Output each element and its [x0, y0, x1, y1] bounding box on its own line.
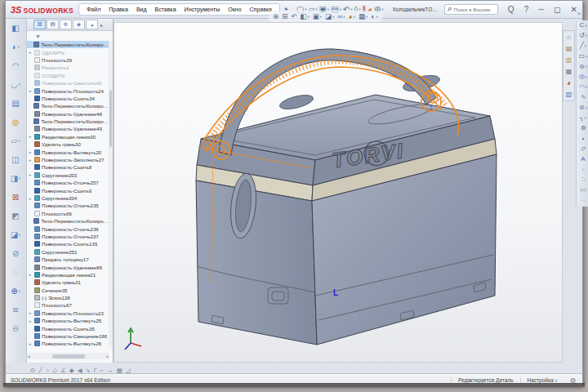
feature-tree-item[interactable]: ▸ Поверхность-Удаление89 — [27, 263, 109, 270]
feature-tree-item[interactable]: ▸ Скругление203 — [27, 172, 109, 179]
menu-edit[interactable]: Правка — [105, 7, 132, 12]
customize-menu[interactable]: Настройка▾ — [520, 377, 564, 383]
offset-surface-icon[interactable]: ◫ — [6, 150, 25, 169]
lofted-surface-icon[interactable]: ◡▾ — [6, 75, 25, 94]
tab-dimxpertmanager[interactable]: ◈ — [73, 20, 85, 29]
knit-surface-icon[interactable]: ⊕▾ — [6, 282, 25, 301]
feature-tree-item[interactable]: ▸ Тело-Переместить/Копировать3 — [27, 41, 109, 48]
display-style-icon[interactable]: ◪▾ — [325, 13, 334, 20]
apply-scene-icon[interactable]: ▦▾ — [359, 13, 368, 20]
menu-file[interactable]: Файл — [82, 7, 105, 12]
feature-tree-item[interactable]: ▸ Поверхность-Плоскость23 — [27, 310, 109, 317]
filter-icon[interactable]: ▼ — [35, 33, 41, 39]
menu-tools[interactable]: Инструменты — [180, 7, 225, 12]
menu-insert[interactable]: Вставка — [151, 7, 180, 12]
zoom-to-fit-icon[interactable]: ⊕ — [273, 13, 278, 20]
feature-tree-item[interactable]: ▸ Поверхность-Сшить35 — [27, 324, 109, 332]
straight-slot-icon[interactable]: ⊖▾ — [577, 61, 588, 72]
graphics-viewport[interactable]: TORVI L — [114, 22, 563, 363]
view-orientation-icon[interactable]: ▣▾ — [313, 13, 322, 20]
toolbar-close-icon[interactable]: × — [577, 11, 581, 16]
feature-tree-item[interactable]: ▸ Поверхность-Сместить42 — [27, 79, 109, 87]
solidworks-resources-icon[interactable]: ⌂ — [564, 32, 574, 42]
spline-icon[interactable]: ∿ — [577, 92, 588, 103]
ruled-surface-icon[interactable]: ◨▾ — [6, 169, 25, 188]
view-settings-icon[interactable]: ◐▾ — [371, 13, 377, 20]
file-explorer-icon[interactable]: ▥ — [564, 55, 574, 65]
appearances-scenes-icon[interactable]: ◕ — [564, 78, 574, 88]
tab-configurationmanager[interactable]: ⊕ — [60, 20, 72, 29]
line-icon[interactable]: ╱▾ — [577, 41, 588, 51]
replace-face-icon[interactable]: ◩ — [6, 207, 25, 225]
feature-tree-item[interactable]: ▸ Плоскость39 — [27, 56, 109, 64]
view-palette-icon[interactable]: ▦ — [564, 66, 574, 77]
feature-tree-item[interactable]: ▸ Поверхность-Удаление49 — [27, 125, 109, 132]
tab-displaymanager[interactable]: ◕ — [86, 20, 98, 29]
corner-rectangle-icon[interactable]: ▭▾ — [577, 51, 588, 62]
feature-tree-item[interactable]: ▸ Поверхность-Вытянуть26 — [27, 340, 109, 347]
feature-tree-item[interactable]: ▸ Плоскость67 — [27, 301, 109, 309]
cut-with-surface-icon[interactable]: ⊖ — [6, 319, 25, 338]
boundary-surface-icon[interactable]: ▤ — [6, 94, 25, 113]
untrim-surface-icon[interactable]: ◌ — [6, 263, 25, 282]
plane-icon[interactable]: ▱ — [577, 144, 588, 154]
feature-tree-item[interactable]: ▸ Тело-Переместить/Копировать5 — [27, 118, 109, 125]
feature-tree-item[interactable]: ▸ Поверхность-Смещение186 — [27, 332, 109, 340]
point-icon[interactable]: • — [577, 134, 588, 145]
trim-surface-icon[interactable]: ⊘ — [6, 244, 25, 263]
centerpoint-arc-icon[interactable]: ◠▾ — [577, 82, 588, 93]
sketch-pattern-icon[interactable]: ∷ — [577, 195, 588, 206]
feature-tree-item[interactable]: ▸ Поверхность-Плоскость24 — [27, 87, 109, 94]
edit-appearance-icon[interactable]: ◕▾ — [349, 13, 355, 20]
revolved-surface-icon[interactable]: ◗▾ — [6, 38, 25, 56]
feature-tree-item[interactable]: ▸ УДАЛИТЬ — [27, 48, 109, 56]
feature-tree-item[interactable]: ▸ (-) Эскиз128 — [27, 294, 109, 301]
hide-show-items-icon[interactable]: ∞▾ — [337, 13, 345, 20]
filled-surface-icon[interactable]: ◍ — [6, 113, 25, 131]
section-view-icon[interactable]: ◧▾ — [300, 13, 309, 20]
circle-icon[interactable]: ◎▾ — [577, 72, 588, 82]
feature-tree-item[interactable]: ▸ Удалить грань30 — [27, 140, 109, 148]
feature-tree-item[interactable]: ▸ Тело-Переместить/Копировать4 — [27, 102, 109, 109]
menu-view[interactable]: Вид — [132, 7, 151, 12]
feature-tree-item[interactable]: ▸ Разделяющая линия30 — [27, 133, 109, 140]
feature-tree-item[interactable]: ▸ Сечение35 — [27, 287, 109, 294]
feature-tree-item[interactable]: ▸ Поверхность-Удаление48 — [27, 110, 109, 118]
feature-tree-item[interactable]: ▸ Поверхность-Сшить34 — [27, 95, 109, 102]
feature-tree-item[interactable]: ▸ Поверхность-Отсечь237 — [27, 233, 109, 240]
menu-window[interactable]: Окно — [224, 7, 245, 12]
feature-tree-item[interactable]: ▸ Поверхность-Заполнить27 — [27, 156, 109, 163]
feature-tree-item[interactable]: ▸ Тело-Переместить/Копировать7 — [27, 217, 109, 225]
delete-face-icon[interactable]: ⊠ — [6, 188, 25, 207]
feature-tree-item[interactable]: ▸ Разделить2 — [27, 64, 109, 71]
tree-horizontal-scrollbar[interactable]: ◂▸ — [27, 353, 109, 359]
text-icon[interactable]: A — [577, 154, 588, 165]
tab-propertymanager[interactable]: ▤ — [47, 20, 59, 29]
feature-tree-item[interactable]: ▸ Поверхность-Вытянуть25 — [27, 317, 109, 324]
tab-featuremanager-tree[interactable]: ⌘ — [33, 20, 46, 29]
smart-dimension-icon[interactable]: ↺▾ — [577, 31, 588, 42]
feature-tree-item[interactable]: ▸ Поверхность-Отсечь236 — [27, 225, 109, 232]
feature-tree-item[interactable]: ▸ Поверхность-Сшить8 — [27, 163, 109, 171]
search-dropdown-icon[interactable]: Q — [506, 6, 517, 14]
minimize-button[interactable]: ─ — [536, 6, 546, 14]
convert-entities-icon[interactable]: ⊃ — [577, 175, 588, 185]
design-library-icon[interactable]: ▤ — [564, 43, 574, 54]
feature-tree-item[interactable]: ▸ Плоскость66 — [27, 210, 109, 217]
restore-button[interactable]: ◻ — [551, 6, 563, 14]
ellipse-icon[interactable]: ⊘▾ — [577, 103, 588, 114]
feature-tree-item[interactable]: ▸ Поверхность-Сшить139 — [27, 240, 109, 247]
previous-view-icon[interactable]: ↶ — [291, 13, 296, 20]
offset-entities-icon[interactable]: ⊚ — [577, 123, 588, 134]
trim-entities-icon[interactable]: × — [577, 164, 588, 175]
feature-tree-item[interactable]: ▸ Поверхность-Отсечь257 — [27, 179, 109, 186]
thicken-icon[interactable]: ≋ — [6, 301, 25, 319]
extend-surface-icon[interactable]: ◪▾ — [6, 225, 25, 244]
sketch-icon[interactable]: C▾ — [577, 20, 588, 31]
feature-tree-item[interactable]: ▸ Поверхность-Сшить9 — [27, 186, 109, 194]
swept-surface-icon[interactable]: ◠ — [6, 56, 25, 75]
feature-tree-item[interactable]: ▸ Поверхность-Вытянуть20 — [27, 148, 109, 155]
tree-vertical-scrollbar[interactable] — [109, 41, 113, 348]
feature-tree-item[interactable]: ▸ СОЗДАТЬ — [27, 72, 109, 79]
planar-surface-icon[interactable]: ▱▾ — [6, 131, 25, 150]
